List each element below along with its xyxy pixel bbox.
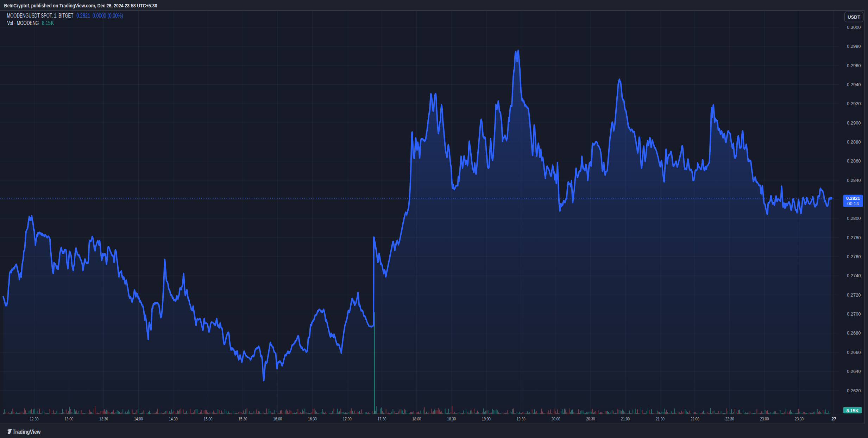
svg-text:TradingView: TradingView bbox=[13, 428, 41, 435]
svg-text:0.2640: 0.2640 bbox=[847, 369, 861, 374]
svg-text:USDT: USDT bbox=[848, 14, 861, 20]
svg-text:BeInCrypto1 published on Tradi: BeInCrypto1 published on TradingView.com… bbox=[4, 3, 157, 8]
svg-text:19:30: 19:30 bbox=[517, 417, 526, 421]
svg-text:27: 27 bbox=[831, 417, 836, 421]
svg-text:0.2700: 0.2700 bbox=[847, 311, 861, 317]
svg-text:0.2821: 0.2821 bbox=[846, 196, 860, 201]
svg-text:18:00: 18:00 bbox=[412, 417, 421, 421]
svg-text:18:30: 18:30 bbox=[447, 417, 456, 421]
svg-text:20:00: 20:00 bbox=[552, 417, 560, 421]
svg-text:0.3000: 0.3000 bbox=[847, 25, 861, 30]
svg-text:13:30: 13:30 bbox=[99, 417, 108, 421]
svg-text:8.15 K: 8.15 K bbox=[42, 20, 54, 26]
svg-text:0.2720: 0.2720 bbox=[847, 292, 861, 298]
svg-text:16:30: 16:30 bbox=[308, 417, 317, 421]
svg-text:0.2821 0.0000 (0.00%): 0.2821 0.0000 (0.00%) bbox=[76, 12, 123, 19]
svg-text:0.2760: 0.2760 bbox=[847, 254, 861, 259]
svg-text:21:00: 21:00 bbox=[621, 417, 630, 421]
svg-text:0.2900: 0.2900 bbox=[847, 120, 861, 126]
svg-text:0.2940: 0.2940 bbox=[847, 82, 861, 87]
svg-text:8.15K: 8.15K bbox=[847, 408, 859, 413]
svg-text:20:30: 20:30 bbox=[586, 417, 595, 421]
svg-text:19:00: 19:00 bbox=[482, 417, 491, 421]
svg-text:17:30: 17:30 bbox=[378, 417, 386, 421]
svg-text:22:30: 22:30 bbox=[725, 417, 734, 421]
svg-text:14:00: 14:00 bbox=[134, 417, 143, 421]
svg-text:15:30: 15:30 bbox=[238, 417, 247, 421]
svg-text:16:00: 16:00 bbox=[273, 417, 282, 421]
svg-text:12:30: 12:30 bbox=[30, 417, 39, 421]
svg-text:0.2800: 0.2800 bbox=[847, 216, 861, 221]
svg-text:15:00: 15:00 bbox=[204, 417, 213, 421]
svg-text:0.2740: 0.2740 bbox=[847, 273, 861, 278]
svg-text:17:00: 17:00 bbox=[343, 417, 352, 421]
svg-text:Vol · MOODENG: Vol · MOODENG bbox=[7, 20, 39, 26]
svg-text:21:30: 21:30 bbox=[656, 417, 665, 421]
svg-text:0.2860: 0.2860 bbox=[847, 158, 861, 164]
svg-text:23:00: 23:00 bbox=[760, 417, 769, 421]
svg-text:13:00: 13:00 bbox=[64, 417, 73, 421]
svg-text:0.2960: 0.2960 bbox=[847, 63, 861, 68]
svg-text:0.2620: 0.2620 bbox=[847, 388, 861, 393]
svg-text:0.2780: 0.2780 bbox=[847, 235, 861, 240]
svg-text:22:00: 22:00 bbox=[691, 417, 699, 421]
svg-text:MOODENGUSDT SPOT, 1, BITGET: MOODENGUSDT SPOT, 1, BITGET bbox=[7, 12, 74, 19]
svg-text:0.2980: 0.2980 bbox=[847, 44, 861, 49]
svg-text:00:14: 00:14 bbox=[847, 201, 859, 206]
svg-text:23:30: 23:30 bbox=[795, 417, 804, 421]
svg-text:14:30: 14:30 bbox=[169, 417, 178, 421]
svg-text:0.2680: 0.2680 bbox=[847, 330, 861, 336]
svg-text:0.2880: 0.2880 bbox=[847, 139, 861, 145]
svg-text:0.2840: 0.2840 bbox=[847, 178, 861, 183]
svg-text:0.2920: 0.2920 bbox=[847, 101, 861, 106]
svg-text:0.2660: 0.2660 bbox=[847, 350, 861, 355]
